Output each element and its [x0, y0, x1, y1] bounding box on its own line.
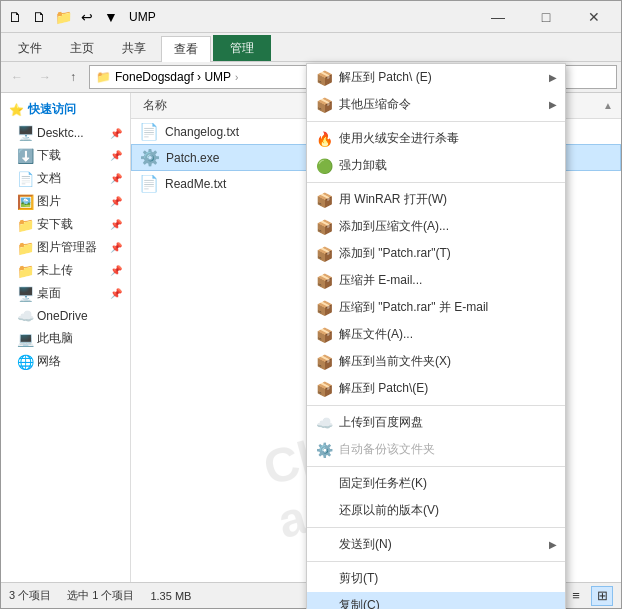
tab-share[interactable]: 共享	[109, 35, 159, 61]
selected-size: 1.35 MB	[150, 590, 191, 602]
file-name: ReadMe.txt	[165, 177, 226, 191]
ctx-force-uninstall[interactable]: 🟢 强力卸载	[307, 152, 565, 179]
view-buttons: ≡ ⊞	[565, 586, 613, 606]
sidebar-item-pictures[interactable]: 🖼️ 图片 📌	[1, 190, 130, 213]
sidebar-item-onedrive[interactable]: ☁️ OneDrive	[1, 305, 130, 327]
forward-button[interactable]: →	[33, 65, 57, 89]
sidebar-item-thispc[interactable]: 💻 此电脑	[1, 327, 130, 350]
context-menu: 📦 解压到 Patch\ (E) ▶ 📦 其他压缩命令 ▶ 🔥 使用火绒安全进行…	[306, 63, 566, 609]
sidebar-item-network[interactable]: 🌐 网络	[1, 350, 130, 373]
shield-icon: 🔥	[315, 131, 333, 147]
pin-icon: 📌	[110, 173, 122, 184]
andownloads-icon: 📁	[17, 217, 33, 233]
taskbar-desktop-icon: 🖥️	[17, 286, 33, 302]
sidebar-item-label: 桌面	[37, 285, 61, 302]
up-button[interactable]: ↑	[61, 65, 85, 89]
window-title: UMP	[129, 10, 475, 24]
breadcrumb: FoneDogsdagf › UMP	[115, 70, 231, 84]
ctx-cut[interactable]: 剪切(T)	[307, 565, 565, 592]
tab-view[interactable]: 查看	[161, 36, 211, 62]
pin-icon: 📌	[110, 242, 122, 253]
window-icon-4[interactable]: ↩	[77, 7, 97, 27]
ctx-restore-previous[interactable]: 还原以前的版本(V)	[307, 497, 565, 524]
add-archive-icon: 📦	[315, 219, 333, 235]
back-button[interactable]: ←	[5, 65, 29, 89]
ctx-antivirus[interactable]: 🔥 使用火绒安全进行杀毒	[307, 125, 565, 152]
minimize-button[interactable]: —	[475, 2, 521, 32]
ctx-label: 解压到当前文件夹(X)	[339, 353, 451, 370]
sidebar-item-documents[interactable]: 📄 文档 📌	[1, 167, 130, 190]
close-button[interactable]: ✕	[571, 2, 617, 32]
ctx-label: 自动备份该文件夹	[339, 441, 435, 458]
ctx-copy[interactable]: 复制(C)	[307, 592, 565, 609]
pin-icon: 📌	[110, 128, 122, 139]
window-icon-2[interactable]: 🗋	[29, 7, 49, 27]
sidebar-item-picmanager[interactable]: 📁 图片管理器 📌	[1, 236, 130, 259]
desktop-icon: 🖥️	[17, 125, 33, 141]
file-name: Patch.exe	[166, 151, 219, 165]
ctx-label: 复制(C)	[339, 597, 380, 609]
winrar-icon2: 📦	[315, 97, 333, 113]
sidebar-item-label: 此电脑	[37, 330, 73, 347]
changelog-icon: 📄	[139, 122, 159, 141]
title-icons: 🗋 🗋 📁 ↩ ▼	[5, 7, 121, 27]
green-icon: 🟢	[315, 158, 333, 174]
ctx-label: 剪切(T)	[339, 570, 378, 587]
add-patch-icon: 📦	[315, 246, 333, 262]
window-icon-5[interactable]: ▼	[101, 7, 121, 27]
ctx-label: 强力卸载	[339, 157, 387, 174]
ctx-label: 其他压缩命令	[339, 96, 411, 113]
ctx-divider-3	[307, 405, 565, 406]
patch-icon: ⚙️	[140, 148, 160, 167]
ctx-label: 解压到 Patch\ (E)	[339, 69, 432, 86]
ctx-label: 压缩到 "Patch.rar" 并 E-mail	[339, 299, 488, 316]
ctx-add-archive[interactable]: 📦 添加到压缩文件(A)...	[307, 213, 565, 240]
winrar-open-icon: 📦	[315, 192, 333, 208]
ctx-label: 使用火绒安全进行杀毒	[339, 130, 459, 147]
ribbon-tabs: 文件 主页 共享 查看 管理	[1, 33, 621, 61]
sidebar-item-desktop[interactable]: 🖥️ Desktc... 📌	[1, 122, 130, 144]
ctx-divider-5	[307, 527, 565, 528]
sidebar-item-taskbar-desktop[interactable]: 🖥️ 桌面 📌	[1, 282, 130, 305]
pin-icon: 📌	[110, 288, 122, 299]
cloud-icon: ☁️	[315, 415, 333, 431]
sidebar-item-downloads[interactable]: ⬇️ 下载 📌	[1, 144, 130, 167]
ctx-label: 添加到压缩文件(A)...	[339, 218, 449, 235]
ctx-extract-patch[interactable]: 📦 解压到 Patch\(E)	[307, 375, 565, 402]
quick-access-label: 快速访问	[28, 101, 76, 118]
ctx-send-to[interactable]: 发送到(N) ▶	[307, 531, 565, 558]
ctx-other-compress[interactable]: 📦 其他压缩命令 ▶	[307, 91, 565, 118]
tiles-view-button[interactable]: ⊞	[591, 586, 613, 606]
ctx-upload-baidu[interactable]: ☁️ 上传到百度网盘	[307, 409, 565, 436]
window-icon-3[interactable]: 📁	[53, 7, 73, 27]
ctx-extract-files[interactable]: 📦 解压文件(A)...	[307, 321, 565, 348]
ctx-extract-here[interactable]: 📦 解压到当前文件夹(X)	[307, 348, 565, 375]
sidebar-item-notupload[interactable]: 📁 未上传 📌	[1, 259, 130, 282]
window-icon-1[interactable]: 🗋	[5, 7, 25, 27]
quick-access-header[interactable]: ⭐ 快速访问	[1, 97, 130, 122]
pictures-icon: 🖼️	[17, 194, 33, 210]
documents-icon: 📄	[17, 171, 33, 187]
ctx-compress-email[interactable]: 📦 压缩并 E-mail...	[307, 267, 565, 294]
tab-manage[interactable]: 管理	[213, 35, 271, 61]
ctx-open-winrar[interactable]: 📦 用 WinRAR 打开(W)	[307, 186, 565, 213]
extract-icon: 📦	[315, 327, 333, 343]
ctx-pin-taskbar[interactable]: 固定到任务栏(K)	[307, 470, 565, 497]
ctx-extract-patch-e[interactable]: 📦 解压到 Patch\ (E) ▶	[307, 64, 565, 91]
ctx-add-patch-rar[interactable]: 📦 添加到 "Patch.rar"(T)	[307, 240, 565, 267]
ctx-label: 还原以前的版本(V)	[339, 502, 439, 519]
maximize-button[interactable]: □	[523, 2, 569, 32]
tab-file[interactable]: 文件	[5, 35, 55, 61]
sidebar-item-label: 安下载	[37, 216, 73, 233]
ctx-label: 固定到任务栏(K)	[339, 475, 427, 492]
pin-icon: 📌	[110, 150, 122, 161]
sidebar-item-andownloads[interactable]: 📁 安下载 📌	[1, 213, 130, 236]
extract-here-icon: 📦	[315, 354, 333, 370]
ctx-divider-2	[307, 182, 565, 183]
thispc-icon: 💻	[17, 331, 33, 347]
tab-home[interactable]: 主页	[57, 35, 107, 61]
quick-access-icon: ⭐	[9, 103, 24, 117]
details-view-button[interactable]: ≡	[565, 586, 587, 606]
ctx-compress-patch-email[interactable]: 📦 压缩到 "Patch.rar" 并 E-mail	[307, 294, 565, 321]
pin-icon: 📌	[110, 196, 122, 207]
